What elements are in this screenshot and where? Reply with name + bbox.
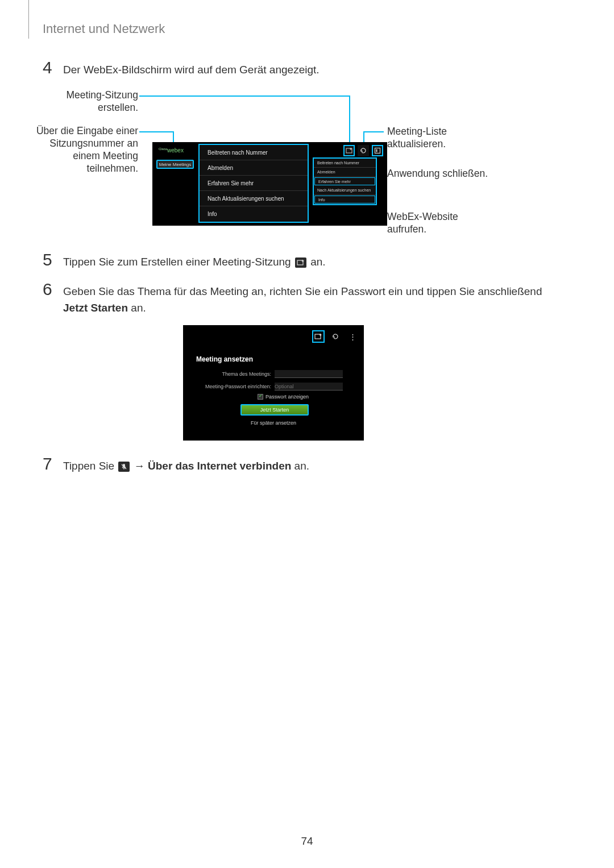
connector <box>139 131 173 132</box>
webex-logo: Ciscowebex <box>159 147 184 153</box>
connector <box>363 131 384 132</box>
step-text: Geben Sie das Thema für das Meeting an, … <box>63 281 554 316</box>
svg-rect-3 <box>375 148 380 153</box>
header-rule <box>28 0 29 39</box>
svg-rect-4 <box>376 149 377 152</box>
input-password[interactable] <box>275 383 343 391</box>
add-meeting-icon[interactable] <box>312 330 325 343</box>
input-topic[interactable] <box>275 370 343 378</box>
callout-webex-website: WebEx-Website aufrufen. <box>387 211 489 236</box>
menu-item-info[interactable]: Info <box>200 206 308 222</box>
step-text: Der WebEx-Bildschirm wird auf dem Gerät … <box>63 59 320 78</box>
menu-item-learn-more[interactable]: Erfahren Sie mehr <box>200 176 308 191</box>
connector <box>139 95 350 97</box>
mini-item[interactable]: Nach Aktualisierungen suchen <box>314 186 376 195</box>
mini-item[interactable]: Abmelden <box>314 168 376 177</box>
add-meeting-icon[interactable] <box>343 145 355 156</box>
callout-join-by-number: Über die Eingabe einer Sitzungsnummer an… <box>27 125 138 175</box>
step-5: 5 Tippen Sie zum Erstellen einer Meeting… <box>43 251 326 271</box>
label-password: Meeting-Passwort einrichten: <box>203 384 271 389</box>
figure-schedule-meeting: ⋮ Meeting ansetzen Thema des Meetings: M… <box>183 325 364 441</box>
dialog-heading: Meeting ansetzen <box>196 355 253 363</box>
menu-item-check-updates[interactable]: Nach Aktualisierungen suchen <box>200 191 308 206</box>
mini-item-info[interactable]: Info <box>314 196 375 203</box>
mic-mute-icon <box>118 462 130 472</box>
start-now-button[interactable]: Jetzt Starten <box>240 404 309 416</box>
callout-refresh-list: Meeting-Liste aktualisieren. <box>387 126 489 151</box>
connector <box>349 95 350 144</box>
refresh-icon[interactable] <box>358 145 369 156</box>
mini-item[interactable]: Beitreten nach Nummer <box>314 159 376 168</box>
add-meeting-icon <box>295 258 306 268</box>
overflow-menu: Beitreten nach Nummer Abmelden Erfahren … <box>313 157 377 205</box>
figure-webex-main: Meeting-Sitzung erstellen. Über die Eing… <box>48 88 557 236</box>
row-show-password[interactable]: Passwort anzeigen <box>258 394 309 400</box>
label-show-password: Passwort anzeigen <box>265 394 309 400</box>
step-number: 6 <box>43 281 55 298</box>
checkbox-show-password-icon[interactable] <box>258 394 263 400</box>
menu-item-join-by-number[interactable]: Beitreten nach Nummer <box>200 145 308 160</box>
refresh-icon[interactable] <box>329 330 342 343</box>
callout-create-meeting: Meeting-Sitzung erstellen. <box>27 89 138 114</box>
tab-my-meetings[interactable]: Meine Meetings <box>156 160 194 169</box>
label-topic: Thema des Meetings: <box>203 371 271 377</box>
step-4: 4 Der WebEx-Bildschirm wird auf dem Gerä… <box>43 59 320 78</box>
mini-item-learn-more[interactable]: Erfahren Sie mehr <box>314 177 375 185</box>
menu-item-sign-out[interactable]: Abmelden <box>200 160 308 176</box>
step-7: 7 Tippen Sie → Über das Internet verbind… <box>43 455 309 475</box>
page-number: 74 <box>0 835 614 848</box>
step-6: 6 Geben Sie das Thema für das Meeting an… <box>43 281 554 316</box>
row-meeting-topic: Thema des Meetings: <box>203 370 343 378</box>
step-text: Tippen Sie zum Erstellen einer Meeting-S… <box>63 251 326 271</box>
section-title: Internet und Netzwerk <box>43 22 165 36</box>
callout-close-app: Anwendung schließen. <box>387 168 501 180</box>
toolbar: ⋮ <box>312 330 359 343</box>
step-number: 5 <box>43 251 55 268</box>
row-meeting-password: Meeting-Passwort einrichten: <box>203 383 343 391</box>
schedule-later-link[interactable]: Für später ansetzen <box>184 420 363 426</box>
menu-panel: Beitreten nach Nummer Abmelden Erfahren … <box>198 144 309 223</box>
step-number: 4 <box>43 59 55 76</box>
step-text: Tippen Sie → Über das Internet verbinden… <box>63 455 309 475</box>
more-icon[interactable]: ⋮ <box>346 330 359 343</box>
close-app-icon[interactable] <box>372 145 383 156</box>
step-number: 7 <box>43 455 55 472</box>
